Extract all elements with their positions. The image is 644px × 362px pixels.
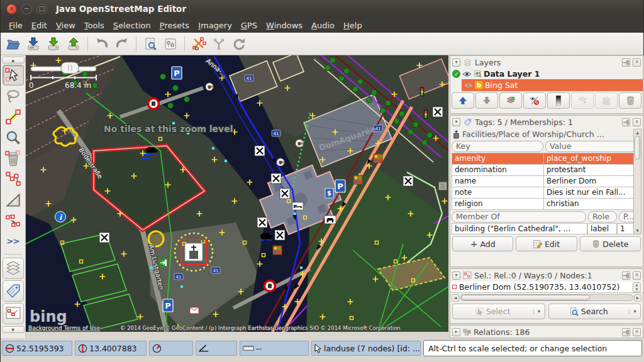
close-button[interactable]: × bbox=[6, 4, 17, 14]
scrollbar-thumb[interactable] bbox=[461, 295, 590, 300]
toolbar-collapse-top[interactable]: ▲ bbox=[2, 57, 25, 63]
close-panel-button[interactable]: × bbox=[633, 328, 641, 336]
tag-row[interactable]: note Dies ist nur ein Fall... bbox=[452, 187, 641, 199]
delete-tool[interactable] bbox=[3, 148, 24, 168]
collapse-panel-button[interactable]: ▾ bbox=[452, 272, 460, 280]
search-objects-button[interactable] bbox=[141, 35, 160, 53]
visibility-eye-icon[interactable] bbox=[464, 82, 473, 89]
layer-opacity-button[interactable] bbox=[547, 92, 570, 109]
close-panel-button[interactable]: × bbox=[633, 118, 641, 126]
spinner-down-arrow[interactable]: ▼ bbox=[633, 287, 640, 292]
menu-help[interactable]: Help bbox=[339, 19, 367, 32]
key-column-header[interactable]: Key bbox=[452, 141, 543, 152]
collapse-panel-button[interactable]: ▾ bbox=[452, 118, 460, 126]
selected-object-row[interactable]: Berliner Dom (52.5190735, 13.4010752) ▲ … bbox=[450, 282, 643, 293]
tags-vertical-scrollbar[interactable]: ▲ ▼ bbox=[633, 129, 641, 234]
toggle-tags-panel[interactable] bbox=[3, 280, 24, 302]
merge-layer-button[interactable] bbox=[571, 92, 594, 109]
toggle-selection-panel[interactable] bbox=[3, 303, 24, 324]
selection-horizontal-scrollbar[interactable]: ◀ ▶ bbox=[452, 293, 641, 302]
pin-panel-button[interactable] bbox=[622, 118, 630, 126]
add-tag-button[interactable]: + Add bbox=[452, 236, 513, 251]
extrude-tool[interactable] bbox=[3, 189, 24, 210]
membership-relation[interactable]: building ("Berlin Cathedral", ... bbox=[452, 223, 587, 234]
pin-panel-button[interactable] bbox=[622, 328, 630, 336]
menu-view[interactable]: View bbox=[52, 19, 80, 32]
value-column-header[interactable]: Value bbox=[545, 141, 637, 152]
tag-value[interactable]: Dies ist nur ein Fall... bbox=[544, 187, 636, 199]
preset-link-row[interactable]: Facilities/Place of Worship/Church ... bbox=[450, 128, 643, 140]
toggle-visibility-button[interactable] bbox=[523, 92, 546, 109]
tag-key[interactable]: name bbox=[452, 176, 544, 187]
undo-button[interactable] bbox=[92, 35, 111, 53]
scroll-down-arrow[interactable]: ▼ bbox=[636, 228, 639, 234]
split-way-button[interactable] bbox=[189, 35, 208, 53]
tag-key[interactable]: religion bbox=[452, 199, 544, 210]
tag-value[interactable]: Berliner Dom bbox=[544, 176, 636, 187]
open-file-button[interactable] bbox=[4, 35, 23, 53]
draw-nodes-tool[interactable] bbox=[3, 106, 24, 127]
selected-church-node[interactable] bbox=[175, 233, 213, 271]
download-primitive-button[interactable] bbox=[24, 35, 43, 53]
select-dropdown-arrow[interactable]: ▾ bbox=[533, 309, 545, 314]
tag-value[interactable]: christian bbox=[544, 199, 636, 210]
move-layer-down-button[interactable] bbox=[475, 92, 498, 109]
menu-file[interactable]: File bbox=[4, 19, 27, 32]
list-spinner[interactable]: ▲ ▼ bbox=[633, 282, 641, 292]
pin-panel-button[interactable] bbox=[622, 272, 630, 280]
tag-key[interactable]: denomination bbox=[452, 165, 544, 176]
visibility-eye-icon[interactable] bbox=[462, 71, 472, 77]
map-canvas[interactable]: 41 P bbox=[26, 55, 448, 332]
more-tools-button[interactable]: >> bbox=[3, 231, 24, 251]
tag-row[interactable]: denomination protestant bbox=[452, 165, 641, 176]
zoom-tool[interactable] bbox=[3, 127, 24, 148]
toggle-layers-panel[interactable] bbox=[3, 258, 24, 279]
preferences-button[interactable] bbox=[161, 35, 180, 53]
download-data-button[interactable] bbox=[44, 35, 63, 53]
expand-panel-button[interactable]: ▸ bbox=[452, 328, 460, 336]
tag-row[interactable]: name Berliner Dom bbox=[452, 176, 641, 187]
merge-nodes-button[interactable] bbox=[209, 35, 228, 53]
close-panel-button[interactable]: × bbox=[633, 272, 641, 280]
scroll-up-arrow[interactable]: ▲ bbox=[636, 129, 639, 136]
scrollbar-thumb[interactable] bbox=[635, 136, 640, 160]
terms-of-use-link[interactable]: Background Terms of Use bbox=[28, 325, 101, 331]
parallel-way-tool[interactable] bbox=[3, 210, 24, 231]
tag-row[interactable]: amenity place_of_worship bbox=[452, 153, 641, 165]
scroll-left-arrow[interactable]: ◀ bbox=[452, 294, 459, 302]
tag-value[interactable]: protestant bbox=[544, 165, 636, 176]
role-column-header[interactable]: Role bbox=[588, 211, 617, 222]
move-layer-up-button[interactable] bbox=[452, 92, 474, 109]
menu-imagery[interactable]: Imagery bbox=[194, 19, 236, 32]
tag-key[interactable]: amenity bbox=[452, 153, 544, 165]
collapse-panel-button[interactable]: ▾ bbox=[452, 58, 460, 67]
minimize-button[interactable]: − bbox=[21, 4, 32, 14]
activate-layer-button[interactable] bbox=[499, 92, 522, 109]
lasso-tool[interactable] bbox=[3, 85, 24, 106]
redo-button[interactable] bbox=[113, 35, 131, 53]
delete-layer-button[interactable] bbox=[619, 92, 641, 109]
menu-gps[interactable]: GPS bbox=[236, 19, 262, 32]
member-of-column-header[interactable]: Member Of bbox=[452, 211, 586, 222]
menu-presets[interactable]: Presets bbox=[155, 19, 194, 32]
menu-selection[interactable]: Selection bbox=[109, 19, 155, 32]
layer-row-data[interactable]: ✓ Data Layer 1 bbox=[450, 69, 643, 79]
search-menu-button[interactable]: Search ▾ bbox=[548, 304, 641, 319]
tag-row[interactable]: religion christian bbox=[452, 199, 641, 210]
scrollbar-track[interactable] bbox=[460, 294, 633, 301]
select-tool[interactable] bbox=[3, 65, 24, 85]
unglue-tool[interactable] bbox=[3, 168, 24, 189]
refresh-button[interactable] bbox=[230, 35, 248, 53]
toolbar-collapse-bottom[interactable]: ▼ bbox=[2, 326, 25, 333]
membership-role[interactable]: label bbox=[587, 223, 617, 234]
edit-tag-button[interactable]: Edit bbox=[516, 236, 577, 251]
membership-row[interactable]: building ("Berlin Cathedral", ... label … bbox=[450, 223, 643, 234]
zoom-slider-handle[interactable] bbox=[61, 62, 79, 74]
delete-tag-button[interactable]: Delete bbox=[580, 236, 641, 251]
tag-value[interactable]: place_of_worship bbox=[544, 153, 636, 165]
menu-tools[interactable]: Tools bbox=[80, 19, 109, 32]
menu-windows[interactable]: Windows bbox=[262, 19, 307, 32]
menu-audio[interactable]: Audio bbox=[307, 19, 339, 32]
pin-panel-button[interactable] bbox=[622, 58, 630, 67]
spinner-up-arrow[interactable]: ▲ bbox=[633, 283, 640, 287]
